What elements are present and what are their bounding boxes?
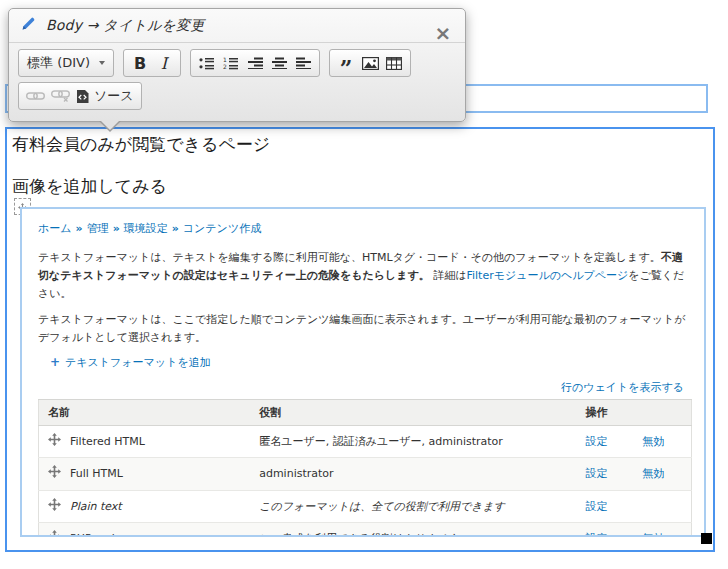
intro-p1-text: テキストフォーマットは、テキストを編集する際に利用可能な、HTMLタグ・コード・… <box>38 251 661 264</box>
balloon-title: Body → タイトルを変更 <box>46 17 204 35</box>
editor-heading-2: 画像を追加してみる <box>12 175 167 198</box>
align-right-icon <box>248 57 263 69</box>
numbered-list-icon: 12 <box>223 57 239 70</box>
breadcrumb: ホーム»管理»環境設定»コンテンツ作成 <box>38 221 688 236</box>
svg-text:2: 2 <box>223 63 227 70</box>
align-center-icon <box>272 57 287 69</box>
source-icon <box>76 90 89 103</box>
intro-paragraph-2: テキストフォーマットは、ここで指定した順でコンテンツ編集画面に表示されます。ユー… <box>38 311 688 347</box>
row-move-icon[interactable] <box>48 465 61 482</box>
widget-resize-handle[interactable] <box>701 533 712 544</box>
format-roles: このフォーマットは、全ての役割で利用できます <box>250 490 576 522</box>
editor-balloon-panel: Body → タイトルを変更 × 標準 (DIV) B I 12 ” <box>8 8 466 122</box>
pencil-icon <box>21 16 36 35</box>
breadcrumb-admin[interactable]: 管理 <box>87 222 109 235</box>
align-center-button[interactable] <box>267 51 291 75</box>
col-header-name: 名前 <box>39 399 251 425</box>
source-button-label: ソース <box>94 87 134 105</box>
format-dropdown-value: 標準 (DIV) <box>27 54 90 72</box>
close-icon[interactable]: × <box>433 23 453 43</box>
format-roles: この書式を利用できる役割はありません <box>250 523 576 537</box>
unlink-button[interactable] <box>48 84 73 108</box>
breadcrumb-home[interactable]: ホーム <box>38 222 72 235</box>
image-button[interactable] <box>358 51 382 75</box>
col-header-role: 役割 <box>250 399 576 425</box>
show-row-weights-link[interactable]: 行のウェイトを表示する <box>561 381 684 394</box>
table-row: Plain text このフォーマットは、全ての役割で利用できます 設定 <box>39 490 692 522</box>
configure-link[interactable]: 設定 <box>586 531 631 537</box>
breadcrumb-separator: » <box>113 222 120 235</box>
align-left-icon <box>296 57 311 69</box>
editor-heading-1: 有料会員のみが閲覧できるページ <box>12 133 270 156</box>
filter-help-link[interactable]: Filterモジュールのヘルプページ <box>466 269 628 282</box>
table-row: PHP code この書式を利用できる役割はありません 設定無効 <box>39 523 692 537</box>
configure-link[interactable]: 設定 <box>586 499 631 514</box>
embedded-page-widget[interactable]: ホーム»管理»環境設定»コンテンツ作成 テキストフォーマットは、テキストを編集す… <box>20 207 706 537</box>
bulleted-list-icon <box>199 57 215 70</box>
col-header-operations: 操作 <box>577 399 692 425</box>
plus-icon: + <box>50 355 60 369</box>
blockquote-button[interactable]: ” <box>334 51 358 75</box>
disable-link[interactable]: 無効 <box>643 434 665 449</box>
format-roles: administrator <box>250 458 576 490</box>
align-right-button[interactable] <box>243 51 267 75</box>
image-icon <box>362 57 379 70</box>
table-row: Full HTML administrator 設定無効 <box>39 458 692 490</box>
body-editor-area[interactable]: 有料会員のみが閲覧できるページ 画像を追加してみる ホーム»管理»環境設定»コン… <box>5 127 715 552</box>
chevron-down-icon <box>99 61 105 65</box>
disable-link[interactable]: 無効 <box>643 531 665 537</box>
breadcrumb-separator: » <box>76 222 83 235</box>
bold-button[interactable]: B <box>128 51 152 75</box>
link-icon <box>26 91 45 101</box>
align-left-button[interactable] <box>291 51 315 75</box>
unlink-icon <box>51 90 70 102</box>
table-icon <box>386 57 402 70</box>
format-name: Full HTML <box>70 466 123 481</box>
numbered-list-button[interactable]: 12 <box>219 51 243 75</box>
row-move-icon[interactable] <box>48 498 61 515</box>
intro-paragraph-1: テキストフォーマットは、テキストを編集する際に利用可能な、HTMLタグ・コード・… <box>38 249 688 303</box>
editor-toolbar: 標準 (DIV) B I 12 ” <box>9 43 465 110</box>
bulleted-list-button[interactable] <box>195 51 219 75</box>
add-format-row: +テキストフォーマットを追加 <box>38 354 688 371</box>
breadcrumb-content-authoring[interactable]: コンテンツ作成 <box>183 222 261 235</box>
format-name: Filtered HTML <box>70 434 145 449</box>
row-move-icon[interactable] <box>48 530 61 537</box>
breadcrumb-separator: » <box>172 222 179 235</box>
format-roles: 匿名ユーザー, 認証済みユーザー, administrator <box>250 425 576 457</box>
configure-link[interactable]: 設定 <box>586 434 631 449</box>
source-button[interactable]: ソース <box>73 84 137 108</box>
disable-link[interactable]: 無効 <box>643 466 665 481</box>
text-formats-table: 名前 役割 操作 Filtered HTML 匿名ユーザー, 認証済みユーザー,… <box>38 399 692 537</box>
show-weights-row: 行のウェイトを表示する <box>38 380 684 395</box>
breadcrumb-config[interactable]: 環境設定 <box>124 222 168 235</box>
table-button[interactable] <box>382 51 406 75</box>
italic-button[interactable]: I <box>152 51 176 75</box>
table-header-row: 名前 役割 操作 <box>39 399 692 425</box>
add-text-format-link[interactable]: テキストフォーマットを追加 <box>65 356 211 369</box>
format-name: Plain text <box>70 499 122 514</box>
row-move-icon[interactable] <box>48 433 61 450</box>
intro-p1-mid: 詳細は <box>430 269 467 282</box>
link-button[interactable] <box>23 84 48 108</box>
format-dropdown[interactable]: 標準 (DIV) <box>18 49 114 77</box>
configure-link[interactable]: 設定 <box>586 466 631 481</box>
table-row: Filtered HTML 匿名ユーザー, 認証済みユーザー, administ… <box>39 425 692 457</box>
format-name: PHP code <box>70 531 122 537</box>
balloon-header: Body → タイトルを変更 <box>9 9 465 43</box>
